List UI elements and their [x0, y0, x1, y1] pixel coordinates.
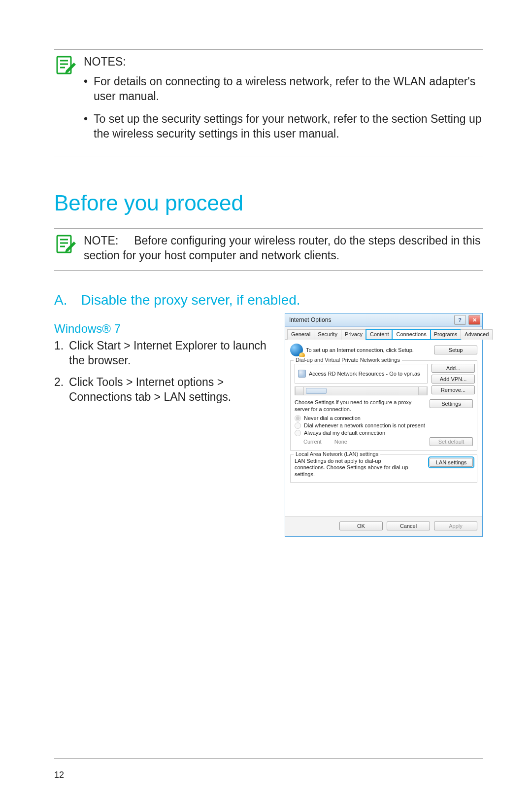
help-button[interactable]: ?: [454, 315, 466, 325]
notes-bullet: For details on connecting to a wireless …: [84, 74, 483, 104]
lan-settings-button[interactable]: LAN settings: [430, 458, 473, 467]
note-icon: [54, 55, 84, 76]
tab-privacy[interactable]: Privacy: [341, 329, 366, 340]
note-text: Before configuring your wireless router,…: [84, 234, 480, 262]
note-label: NOTE:: [84, 234, 118, 247]
dial-radio-group: Never dial a connection Dial whenever a …: [295, 415, 473, 436]
dialog-titlebar[interactable]: Internet Options ? ✕: [285, 314, 482, 327]
radio-always-dial[interactable]: Always dial my default connection: [295, 430, 473, 436]
connections-listbox[interactable]: Access RD Network Resources - Go to vpn.…: [295, 364, 428, 384]
notes-bullet-list: For details on connecting to a wireless …: [84, 74, 483, 141]
lan-description: LAN Settings do not apply to dial-up con…: [295, 458, 413, 478]
radio-dial-when-no-net[interactable]: Dial whenever a network connection is no…: [295, 422, 473, 429]
current-label: Current: [303, 439, 322, 445]
close-button[interactable]: ✕: [468, 315, 480, 325]
manual-page: NOTES: For details on connecting to a wi…: [0, 0, 532, 802]
step-list: Click Start > Internet Explorer to launc…: [54, 339, 275, 405]
lan-legend: Local Area Network (LAN) settings: [294, 451, 380, 457]
add-vpn-button[interactable]: Add VPN...: [432, 375, 475, 384]
globe-icon: [290, 344, 303, 356]
connection-icon: [298, 370, 306, 378]
tab-connections[interactable]: Connections: [392, 329, 430, 340]
tab-content[interactable]: Content: [366, 329, 393, 340]
dialog-footer: OK Cancel Apply: [285, 516, 482, 536]
step-item: Click Start > Internet Explorer to launc…: [54, 339, 275, 368]
tab-programs[interactable]: Programs: [430, 329, 462, 340]
setup-button[interactable]: Setup: [434, 346, 477, 354]
dialog-title: Internet Options: [289, 316, 331, 323]
lan-settings-group: Local Area Network (LAN) settings LAN Se…: [290, 454, 477, 483]
tab-security[interactable]: Security: [314, 329, 341, 340]
apply-button[interactable]: Apply: [434, 522, 477, 530]
step-item: Click Tools > Internet options > Connect…: [54, 375, 275, 405]
divider: [54, 270, 483, 271]
current-value: None: [334, 439, 347, 445]
ok-button[interactable]: OK: [339, 522, 383, 530]
add-button[interactable]: Add...: [432, 364, 475, 373]
note-icon: [54, 234, 84, 255]
note-block: NOTE: Before configuring your wireless r…: [54, 229, 483, 270]
set-default-button[interactable]: Set default: [430, 437, 473, 446]
os-heading: Windows® 7: [54, 322, 275, 336]
radio-never-dial[interactable]: Never dial a connection: [295, 415, 473, 421]
dialup-legend: Dial-up and Virtual Private Network sett…: [294, 357, 402, 363]
listbox-scrollbar[interactable]: [295, 386, 428, 395]
tab-advanced[interactable]: Advanced: [461, 329, 493, 340]
dialup-vpn-group: Dial-up and Virtual Private Network sett…: [290, 360, 477, 451]
connection-item: Access RD Network Resources - Go to vpn.…: [309, 371, 420, 377]
proxy-description: Choose Settings if you need to configure…: [295, 399, 426, 413]
notes-bullet: To set up the security settings for your…: [84, 112, 483, 141]
remove-button[interactable]: Remove...: [432, 385, 475, 394]
settings-button[interactable]: Settings: [430, 399, 473, 408]
footer-divider: [54, 758, 483, 759]
notes-label: NOTES:: [84, 55, 483, 70]
subsection-a-heading: A. Disable the proxy server, if enabled.: [54, 292, 483, 308]
section-heading: Before you proceed: [54, 191, 483, 215]
notes-block: NOTES: For details on connecting to a wi…: [54, 50, 483, 156]
setup-description: To set up an Internet connection, click …: [306, 347, 431, 353]
dialog-tabs: General Security Privacy Content Connect…: [285, 327, 482, 340]
divider: [54, 156, 483, 156]
page-number: 12: [54, 770, 64, 780]
tab-general[interactable]: General: [287, 329, 314, 340]
internet-options-dialog: Internet Options ? ✕ General Security Pr…: [285, 313, 483, 537]
cancel-button[interactable]: Cancel: [387, 522, 430, 530]
